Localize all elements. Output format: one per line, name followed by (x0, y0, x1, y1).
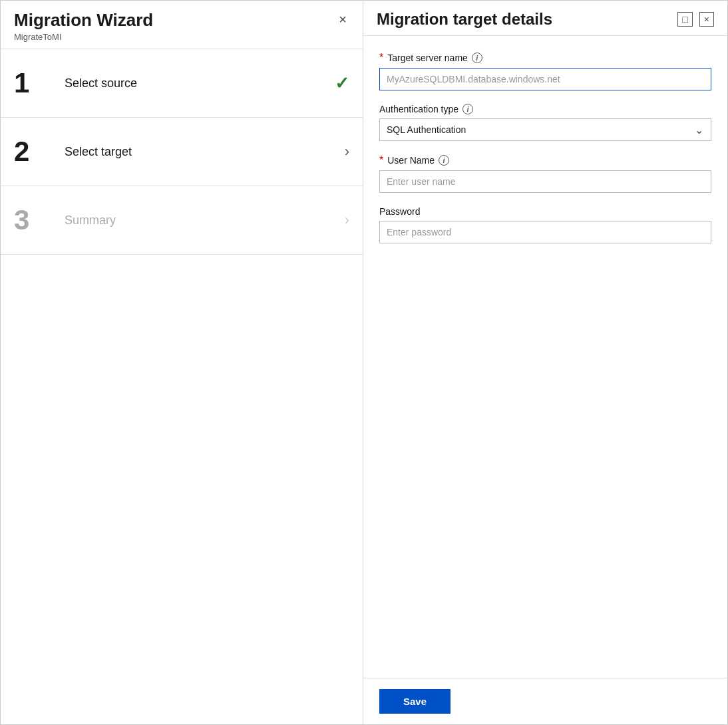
username-label: * User Name i (379, 154, 711, 166)
step-1-item[interactable]: 1 Select source ✓ (1, 49, 363, 118)
auth-type-select[interactable]: SQL Authentication Windows Authenticatio… (379, 118, 711, 141)
step-3-item[interactable]: 3 Summary › (1, 186, 363, 255)
left-header: Migration Wizard MigrateToMI × (1, 1, 363, 49)
step-3-number: 3 (14, 206, 54, 234)
wizard-subtitle: MigrateToMI (14, 32, 153, 42)
left-body (1, 255, 363, 724)
right-header: Migration target details □ × (363, 1, 727, 36)
target-server-label: * Target server name i (379, 52, 711, 64)
right-title: Migration target details (377, 10, 552, 29)
username-input[interactable] (379, 170, 711, 193)
right-footer: Save (363, 678, 727, 724)
auth-type-select-wrapper: SQL Authentication Windows Authenticatio… (379, 118, 711, 141)
step-1-label: Select source (65, 76, 335, 90)
minimize-button[interactable]: □ (677, 12, 692, 27)
save-button[interactable]: Save (379, 689, 451, 714)
right-panel: Migration target details □ × * Target se… (363, 1, 727, 724)
step-2-arrow-icon: › (345, 143, 349, 160)
target-server-info-icon: i (472, 53, 482, 63)
auth-type-field-group: Authentication type i SQL Authentication… (379, 104, 711, 141)
target-server-required-star: * (379, 52, 383, 64)
left-header-text: Migration Wizard MigrateToMI (14, 10, 153, 42)
target-server-input[interactable] (379, 68, 711, 90)
auth-type-label: Authentication type i (379, 104, 711, 114)
step-2-label: Select target (65, 145, 345, 159)
step-2-item[interactable]: 2 Select target › (1, 118, 363, 186)
right-body: * Target server name i Authentication ty… (363, 36, 727, 678)
username-info-icon: i (439, 155, 449, 166)
step-3-label: Summary (65, 214, 345, 227)
username-required-star: * (379, 154, 383, 166)
step-1-check-icon: ✓ (335, 73, 349, 94)
right-header-buttons: □ × (677, 12, 714, 27)
password-label: Password (379, 206, 711, 217)
auth-type-info-icon: i (462, 104, 473, 114)
username-field-group: * User Name i (379, 154, 711, 193)
step-3-arrow-icon: › (345, 212, 349, 229)
step-1-number: 1 (14, 69, 54, 97)
wizard-title: Migration Wizard (14, 10, 153, 31)
password-input[interactable] (379, 221, 711, 243)
target-server-field-group: * Target server name i (379, 52, 711, 90)
password-field-group: Password (379, 206, 711, 243)
left-close-button[interactable]: × (336, 10, 349, 29)
right-close-button[interactable]: × (699, 12, 714, 27)
step-2-number: 2 (14, 138, 54, 166)
left-panel: Migration Wizard MigrateToMI × 1 Select … (1, 1, 363, 724)
